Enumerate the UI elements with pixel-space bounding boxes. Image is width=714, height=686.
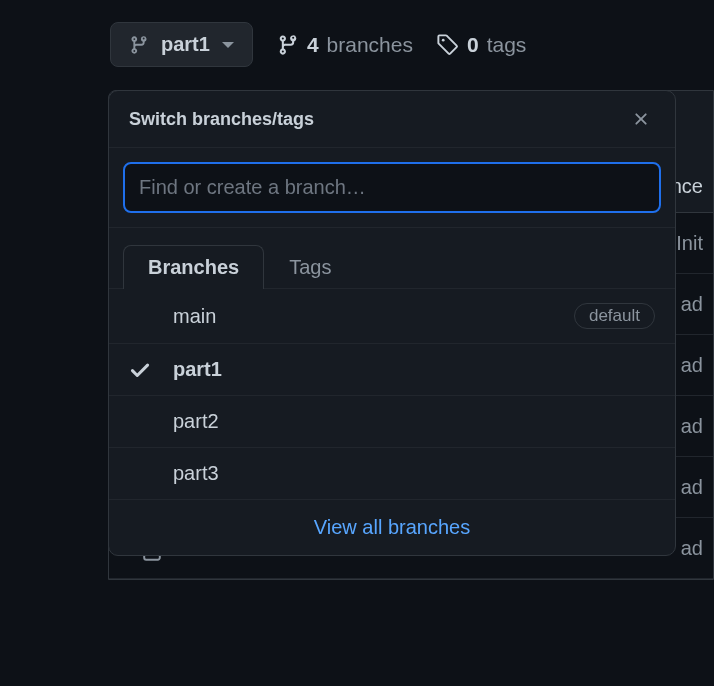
branch-item-part1[interactable]: part1 bbox=[109, 344, 675, 396]
branch-list: main default part1 part2 part3 bbox=[109, 289, 675, 500]
branches-count: 4 bbox=[307, 33, 319, 57]
tab-tags[interactable]: Tags bbox=[264, 245, 356, 289]
branch-select-button[interactable]: part1 bbox=[110, 22, 253, 67]
commit-partial: ad bbox=[681, 537, 703, 560]
chevron-down-icon bbox=[222, 42, 234, 48]
tab-branches[interactable]: Branches bbox=[123, 245, 264, 289]
tags-link[interactable]: 0 tags bbox=[437, 33, 526, 57]
branch-name: main bbox=[173, 305, 574, 328]
search-wrap bbox=[109, 148, 675, 228]
branch-search-input[interactable] bbox=[123, 162, 661, 213]
branch-name: part1 bbox=[173, 358, 655, 381]
default-badge: default bbox=[574, 303, 655, 329]
branches-label: branches bbox=[327, 33, 413, 57]
tags-count: 0 bbox=[467, 33, 479, 57]
check-icon bbox=[129, 359, 151, 381]
close-button[interactable] bbox=[627, 105, 655, 133]
close-icon bbox=[631, 109, 651, 129]
popover-tabs: Branches Tags bbox=[109, 228, 675, 289]
tag-icon bbox=[437, 34, 459, 56]
branch-item-part3[interactable]: part3 bbox=[109, 448, 675, 500]
branch-item-part2[interactable]: part2 bbox=[109, 396, 675, 448]
popover-header: Switch branches/tags bbox=[109, 91, 675, 148]
branches-link[interactable]: 4 branches bbox=[277, 33, 413, 57]
popover-title: Switch branches/tags bbox=[129, 109, 314, 130]
repo-top-bar: part1 4 branches 0 tags bbox=[110, 22, 526, 67]
view-all-branches-link[interactable]: View all branches bbox=[109, 500, 675, 555]
branch-switcher-popover: Switch branches/tags Branches Tags main … bbox=[108, 90, 676, 556]
branch-icon bbox=[129, 35, 149, 55]
current-branch-label: part1 bbox=[161, 33, 210, 56]
check-slot bbox=[129, 359, 173, 381]
tags-label: tags bbox=[487, 33, 527, 57]
branch-item-main[interactable]: main default bbox=[109, 289, 675, 344]
svg-point-0 bbox=[442, 38, 445, 41]
branch-name: part2 bbox=[173, 410, 655, 433]
branch-name: part3 bbox=[173, 462, 655, 485]
branch-icon bbox=[277, 34, 299, 56]
